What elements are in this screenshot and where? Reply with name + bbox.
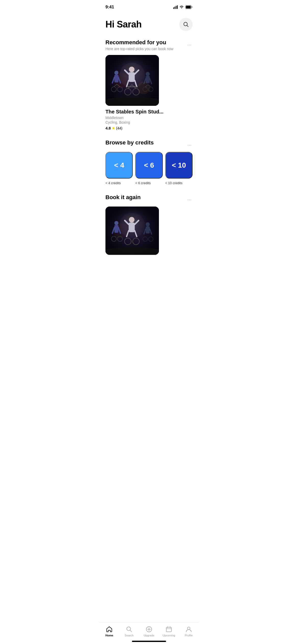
search-icon — [183, 22, 189, 27]
recommended-subtitle: Here are top-rated picks you can book no… — [105, 47, 173, 51]
svg-point-41 — [119, 63, 145, 88]
svg-point-10 — [105, 97, 159, 106]
studio-image — [105, 55, 159, 106]
credit-value-6: < 6 — [144, 161, 154, 169]
status-time: 9:41 — [105, 5, 114, 10]
credits-more-button[interactable]: ... — [186, 140, 193, 148]
studio-card[interactable]: The Stables Spin Stud... Middletown Cycl… — [105, 55, 193, 130]
book-again-more-button[interactable]: ... — [186, 195, 193, 202]
credit-label-6: < 6 credits — [135, 181, 162, 185]
recommended-more-button[interactable]: ... — [186, 40, 193, 48]
studio-image-graphic — [105, 55, 159, 106]
svg-rect-60 — [146, 226, 150, 233]
svg-rect-6 — [186, 6, 191, 8]
signal-icon — [173, 5, 178, 9]
recommended-title: Recommended for you — [105, 39, 173, 46]
svg-rect-2 — [176, 6, 177, 9]
search-button[interactable] — [179, 18, 193, 31]
rating-value: 4.8 — [105, 126, 111, 130]
credits-cards: < 4 < 6 < 10 — [105, 152, 193, 179]
studio-location: Middletown — [105, 116, 193, 120]
book-again-header: Book it again ... — [105, 194, 193, 202]
svg-rect-31 — [146, 76, 150, 83]
studio-categories: Cycling, Boxing — [105, 120, 193, 124]
credit-value-10: < 10 — [172, 161, 186, 169]
svg-rect-3 — [177, 5, 178, 9]
credit-value-4: < 4 — [114, 161, 124, 169]
svg-point-59 — [146, 222, 150, 226]
recommended-header: Recommended for you Here are top-rated p… — [105, 39, 193, 51]
svg-point-66 — [113, 223, 128, 238]
studio-name: The Stables Spin Stud... — [105, 109, 193, 115]
header-row: Hi Sarah — [105, 18, 193, 31]
credit-card-4[interactable]: < 4 — [105, 152, 133, 179]
credit-label-4: < 4 credits — [105, 181, 133, 185]
star-icon: ★ — [112, 126, 115, 130]
credit-label-10: < 10 credits — [165, 181, 193, 185]
svg-point-44 — [105, 247, 159, 255]
credits-section: Browse by credits ... < 4 < 6 < 10 < 4 c… — [105, 139, 193, 185]
book-again-image[interactable] — [105, 207, 159, 255]
credit-card-10[interactable]: < 10 — [165, 152, 193, 179]
svg-rect-1 — [174, 7, 175, 9]
studio-rating: 4.8 ★ (44) — [105, 126, 193, 130]
rating-count: (44) — [116, 126, 123, 130]
greeting-text: Hi Sarah — [105, 19, 142, 30]
book-again-section: Book it again ... — [105, 194, 193, 255]
recommended-section: Recommended for you Here are top-rated p… — [105, 39, 193, 130]
svg-point-4 — [181, 8, 182, 9]
svg-point-30 — [146, 72, 150, 76]
main-content: Hi Sarah Recommended for you Here are to… — [99, 13, 199, 280]
credits-header: Browse by credits ... — [105, 139, 193, 148]
status-bar: 9:41 — [99, 0, 199, 13]
book-again-title: Book it again — [105, 194, 141, 201]
credits-title: Browse by credits — [105, 139, 154, 146]
credits-labels: < 4 credits < 6 credits < 10 credits — [105, 181, 193, 185]
svg-rect-0 — [173, 7, 174, 9]
credit-card-6[interactable]: < 6 — [135, 152, 162, 179]
book-again-graphic — [105, 207, 159, 255]
status-icons — [173, 5, 193, 9]
battery-icon — [185, 5, 193, 9]
wifi-icon — [179, 5, 184, 9]
